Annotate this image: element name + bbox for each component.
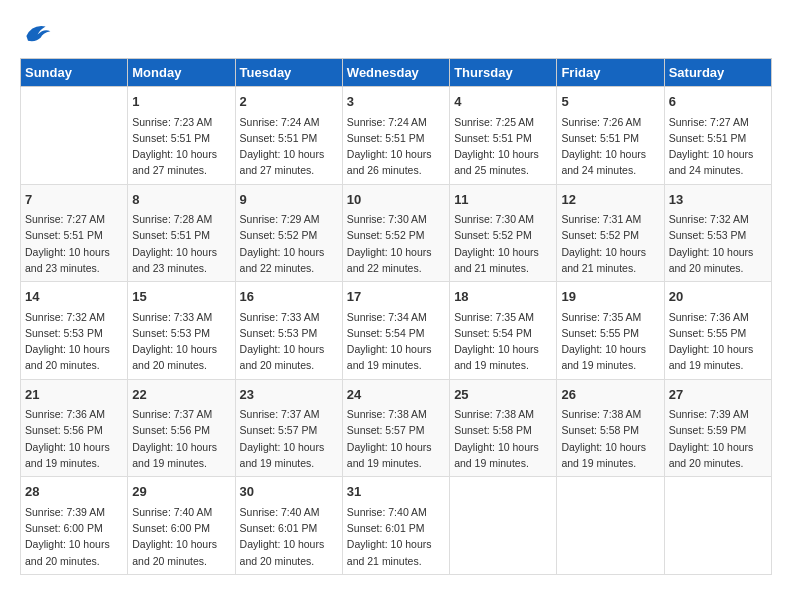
day-info: Sunrise: 7:40 AM Sunset: 6:00 PM Dayligh… bbox=[132, 504, 230, 569]
day-number: 2 bbox=[240, 92, 338, 112]
day-info: Sunrise: 7:37 AM Sunset: 5:56 PM Dayligh… bbox=[132, 406, 230, 471]
day-number: 30 bbox=[240, 482, 338, 502]
table-cell: 20Sunrise: 7:36 AM Sunset: 5:55 PM Dayli… bbox=[664, 282, 771, 380]
day-info: Sunrise: 7:40 AM Sunset: 6:01 PM Dayligh… bbox=[240, 504, 338, 569]
table-cell: 5Sunrise: 7:26 AM Sunset: 5:51 PM Daylig… bbox=[557, 87, 664, 185]
day-info: Sunrise: 7:30 AM Sunset: 5:52 PM Dayligh… bbox=[454, 211, 552, 276]
day-number: 3 bbox=[347, 92, 445, 112]
day-number: 26 bbox=[561, 385, 659, 405]
day-number: 1 bbox=[132, 92, 230, 112]
header-saturday: Saturday bbox=[664, 59, 771, 87]
day-number: 14 bbox=[25, 287, 123, 307]
day-number: 7 bbox=[25, 190, 123, 210]
day-number: 19 bbox=[561, 287, 659, 307]
day-number: 28 bbox=[25, 482, 123, 502]
table-cell: 12Sunrise: 7:31 AM Sunset: 5:52 PM Dayli… bbox=[557, 184, 664, 282]
table-cell: 28Sunrise: 7:39 AM Sunset: 6:00 PM Dayli… bbox=[21, 477, 128, 575]
day-number: 21 bbox=[25, 385, 123, 405]
table-cell: 2Sunrise: 7:24 AM Sunset: 5:51 PM Daylig… bbox=[235, 87, 342, 185]
table-cell bbox=[450, 477, 557, 575]
week-row-3: 14Sunrise: 7:32 AM Sunset: 5:53 PM Dayli… bbox=[21, 282, 772, 380]
header-friday: Friday bbox=[557, 59, 664, 87]
day-number: 4 bbox=[454, 92, 552, 112]
header-tuesday: Tuesday bbox=[235, 59, 342, 87]
table-cell: 27Sunrise: 7:39 AM Sunset: 5:59 PM Dayli… bbox=[664, 379, 771, 477]
day-info: Sunrise: 7:26 AM Sunset: 5:51 PM Dayligh… bbox=[561, 114, 659, 179]
table-cell: 17Sunrise: 7:34 AM Sunset: 5:54 PM Dayli… bbox=[342, 282, 449, 380]
table-cell: 15Sunrise: 7:33 AM Sunset: 5:53 PM Dayli… bbox=[128, 282, 235, 380]
day-number: 13 bbox=[669, 190, 767, 210]
table-cell bbox=[21, 87, 128, 185]
day-info: Sunrise: 7:27 AM Sunset: 5:51 PM Dayligh… bbox=[25, 211, 123, 276]
day-info: Sunrise: 7:36 AM Sunset: 5:56 PM Dayligh… bbox=[25, 406, 123, 471]
table-cell: 7Sunrise: 7:27 AM Sunset: 5:51 PM Daylig… bbox=[21, 184, 128, 282]
day-info: Sunrise: 7:38 AM Sunset: 5:57 PM Dayligh… bbox=[347, 406, 445, 471]
table-cell: 3Sunrise: 7:24 AM Sunset: 5:51 PM Daylig… bbox=[342, 87, 449, 185]
day-info: Sunrise: 7:38 AM Sunset: 5:58 PM Dayligh… bbox=[454, 406, 552, 471]
week-row-1: 1Sunrise: 7:23 AM Sunset: 5:51 PM Daylig… bbox=[21, 87, 772, 185]
day-number: 8 bbox=[132, 190, 230, 210]
calendar-table: SundayMondayTuesdayWednesdayThursdayFrid… bbox=[20, 58, 772, 575]
week-row-4: 21Sunrise: 7:36 AM Sunset: 5:56 PM Dayli… bbox=[21, 379, 772, 477]
logo-bird-icon bbox=[20, 20, 52, 48]
day-info: Sunrise: 7:34 AM Sunset: 5:54 PM Dayligh… bbox=[347, 309, 445, 374]
day-info: Sunrise: 7:27 AM Sunset: 5:51 PM Dayligh… bbox=[669, 114, 767, 179]
day-info: Sunrise: 7:39 AM Sunset: 5:59 PM Dayligh… bbox=[669, 406, 767, 471]
day-info: Sunrise: 7:39 AM Sunset: 6:00 PM Dayligh… bbox=[25, 504, 123, 569]
logo bbox=[20, 20, 56, 48]
table-cell: 16Sunrise: 7:33 AM Sunset: 5:53 PM Dayli… bbox=[235, 282, 342, 380]
day-number: 10 bbox=[347, 190, 445, 210]
day-number: 22 bbox=[132, 385, 230, 405]
day-info: Sunrise: 7:35 AM Sunset: 5:54 PM Dayligh… bbox=[454, 309, 552, 374]
day-info: Sunrise: 7:25 AM Sunset: 5:51 PM Dayligh… bbox=[454, 114, 552, 179]
day-info: Sunrise: 7:33 AM Sunset: 5:53 PM Dayligh… bbox=[132, 309, 230, 374]
day-number: 18 bbox=[454, 287, 552, 307]
calendar-body: 1Sunrise: 7:23 AM Sunset: 5:51 PM Daylig… bbox=[21, 87, 772, 575]
header-sunday: Sunday bbox=[21, 59, 128, 87]
table-cell: 23Sunrise: 7:37 AM Sunset: 5:57 PM Dayli… bbox=[235, 379, 342, 477]
day-number: 20 bbox=[669, 287, 767, 307]
day-info: Sunrise: 7:28 AM Sunset: 5:51 PM Dayligh… bbox=[132, 211, 230, 276]
day-number: 11 bbox=[454, 190, 552, 210]
day-number: 16 bbox=[240, 287, 338, 307]
week-row-5: 28Sunrise: 7:39 AM Sunset: 6:00 PM Dayli… bbox=[21, 477, 772, 575]
day-info: Sunrise: 7:33 AM Sunset: 5:53 PM Dayligh… bbox=[240, 309, 338, 374]
week-row-2: 7Sunrise: 7:27 AM Sunset: 5:51 PM Daylig… bbox=[21, 184, 772, 282]
day-info: Sunrise: 7:38 AM Sunset: 5:58 PM Dayligh… bbox=[561, 406, 659, 471]
table-cell: 4Sunrise: 7:25 AM Sunset: 5:51 PM Daylig… bbox=[450, 87, 557, 185]
day-number: 9 bbox=[240, 190, 338, 210]
table-cell: 14Sunrise: 7:32 AM Sunset: 5:53 PM Dayli… bbox=[21, 282, 128, 380]
table-cell: 1Sunrise: 7:23 AM Sunset: 5:51 PM Daylig… bbox=[128, 87, 235, 185]
table-cell: 30Sunrise: 7:40 AM Sunset: 6:01 PM Dayli… bbox=[235, 477, 342, 575]
day-info: Sunrise: 7:32 AM Sunset: 5:53 PM Dayligh… bbox=[669, 211, 767, 276]
table-cell: 6Sunrise: 7:27 AM Sunset: 5:51 PM Daylig… bbox=[664, 87, 771, 185]
day-number: 25 bbox=[454, 385, 552, 405]
day-info: Sunrise: 7:29 AM Sunset: 5:52 PM Dayligh… bbox=[240, 211, 338, 276]
table-cell: 8Sunrise: 7:28 AM Sunset: 5:51 PM Daylig… bbox=[128, 184, 235, 282]
calendar-header: SundayMondayTuesdayWednesdayThursdayFrid… bbox=[21, 59, 772, 87]
day-info: Sunrise: 7:37 AM Sunset: 5:57 PM Dayligh… bbox=[240, 406, 338, 471]
day-number: 24 bbox=[347, 385, 445, 405]
header-thursday: Thursday bbox=[450, 59, 557, 87]
day-info: Sunrise: 7:30 AM Sunset: 5:52 PM Dayligh… bbox=[347, 211, 445, 276]
day-info: Sunrise: 7:23 AM Sunset: 5:51 PM Dayligh… bbox=[132, 114, 230, 179]
table-cell: 21Sunrise: 7:36 AM Sunset: 5:56 PM Dayli… bbox=[21, 379, 128, 477]
table-cell bbox=[664, 477, 771, 575]
day-number: 17 bbox=[347, 287, 445, 307]
table-cell: 10Sunrise: 7:30 AM Sunset: 5:52 PM Dayli… bbox=[342, 184, 449, 282]
day-number: 31 bbox=[347, 482, 445, 502]
table-cell: 29Sunrise: 7:40 AM Sunset: 6:00 PM Dayli… bbox=[128, 477, 235, 575]
table-cell: 22Sunrise: 7:37 AM Sunset: 5:56 PM Dayli… bbox=[128, 379, 235, 477]
day-info: Sunrise: 7:24 AM Sunset: 5:51 PM Dayligh… bbox=[347, 114, 445, 179]
day-number: 15 bbox=[132, 287, 230, 307]
header-wednesday: Wednesday bbox=[342, 59, 449, 87]
day-number: 27 bbox=[669, 385, 767, 405]
table-cell: 9Sunrise: 7:29 AM Sunset: 5:52 PM Daylig… bbox=[235, 184, 342, 282]
table-cell: 19Sunrise: 7:35 AM Sunset: 5:55 PM Dayli… bbox=[557, 282, 664, 380]
day-info: Sunrise: 7:32 AM Sunset: 5:53 PM Dayligh… bbox=[25, 309, 123, 374]
table-cell: 24Sunrise: 7:38 AM Sunset: 5:57 PM Dayli… bbox=[342, 379, 449, 477]
day-number: 12 bbox=[561, 190, 659, 210]
day-info: Sunrise: 7:40 AM Sunset: 6:01 PM Dayligh… bbox=[347, 504, 445, 569]
table-cell: 31Sunrise: 7:40 AM Sunset: 6:01 PM Dayli… bbox=[342, 477, 449, 575]
day-number: 29 bbox=[132, 482, 230, 502]
